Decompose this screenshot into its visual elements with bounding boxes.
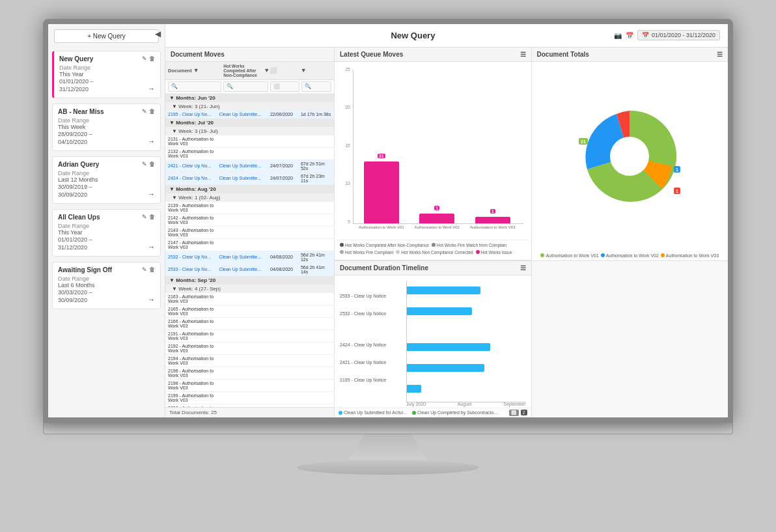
query-date-label: Date Range	[59, 64, 155, 71]
query-item-header: All Clean Ups ✎ 🗑	[58, 214, 155, 221]
queue-moves-chart-area: 252015105 31	[335, 62, 531, 260]
delete-icon[interactable]: 🗑	[149, 266, 155, 273]
monitor-wrapper: + New Query ◀ New Query ✎ 🗑 Date Range T…	[30, 19, 746, 514]
doc-duration-panel: Document Duration Timeline ☰ 2533 - Clea…	[335, 261, 532, 417]
date-range-text: 01/01/2020 - 31/12/2020	[652, 32, 715, 38]
duration-search-input[interactable]: 🔍	[301, 81, 331, 92]
delete-icon[interactable]: 🗑	[149, 55, 155, 62]
bar-group-v01: 31	[356, 161, 407, 223]
svg-text:1: 1	[676, 167, 678, 172]
table-row: 2421 - Clear Up No... Clean Up Submitte.…	[165, 160, 334, 173]
col-header-document: Document ▼	[168, 64, 223, 77]
sidebar-item-new-query[interactable]: New Query ✎ 🗑 Date Range This Year 01/01…	[52, 51, 161, 98]
sidebar-item-all-clean-ups[interactable]: All Clean Ups ✎ 🗑 Date Range This Year 0…	[52, 209, 161, 257]
delete-icon[interactable]: 🗑	[149, 108, 155, 115]
query-actions: ✎ 🗑	[142, 214, 155, 220]
doc-duration-header: Document Duration Timeline ☰	[335, 261, 531, 275]
doc-totals-menu-icon[interactable]: ☰	[717, 51, 723, 58]
table-row: 2142 - Authorisation to Work V03	[165, 214, 334, 227]
table-row: 2166 - Authorisation to Work V03	[165, 318, 334, 330]
query-actions: ✎ 🗑	[142, 161, 155, 167]
table-row: 2165 - Authorisation to Work V03	[165, 305, 334, 318]
pie-chart: 21 1 1	[577, 104, 682, 208]
legend-label: Clean Up Completed by Subcontracto...	[417, 410, 497, 415]
bar-chart: 31 1	[353, 70, 523, 224]
doc-duration-menu-icon[interactable]: ☰	[520, 264, 526, 272]
doc-totals-chart-area: 21 1 1	[532, 62, 728, 251]
bar-v03	[475, 217, 510, 223]
week-group: ▼ Week: 4 (27- Sep)	[165, 285, 334, 293]
query-date-label: Date Range	[58, 117, 155, 124]
top-bar: New Query 📷 📅 📅 01/01/2020 - 31/12/2020	[165, 24, 728, 48]
table-row: 2199 - Authorisation to Work V03	[165, 392, 334, 404]
month-group-jun: ▼ Months: Jun '20	[165, 94, 334, 102]
table-row: 2131 - Authorisation to Work V03	[165, 135, 334, 148]
query-arrow-icon[interactable]: →	[148, 137, 155, 145]
duration-bar	[407, 385, 421, 393]
query-date-range: This Week 28/09/2020 – 04/10/2020	[58, 124, 155, 147]
sidebar-item-adrian-query[interactable]: Adrian Query ✎ 🗑 Date Range Last 12 Mont…	[52, 156, 161, 204]
query-date-range: Last 6 Months 30/03/2020 – 30/09/2020	[58, 282, 155, 305]
edit-icon[interactable]: ✎	[142, 108, 147, 115]
filter-icon[interactable]: ⬜	[270, 67, 277, 74]
edit-icon[interactable]: ✎	[142, 266, 147, 273]
legend-item: Hot Works Non Compliance Corrected	[396, 250, 473, 255]
query-arrow-icon[interactable]: →	[148, 243, 155, 251]
sidebar-item-awaiting-sign-off[interactable]: Awaiting Sign Off ✎ 🗑 Date Range Last 6 …	[52, 262, 161, 309]
duration-bar	[407, 343, 490, 351]
filter-icon[interactable]: ▼	[301, 67, 307, 74]
filter-icon[interactable]: ▼	[264, 67, 270, 74]
export-icon[interactable]: 📅	[626, 32, 633, 39]
queue-moves-menu-icon[interactable]: ☰	[520, 51, 526, 58]
table-footer: Total Documents: 25	[165, 407, 334, 417]
col-header-queue: Hot Works Completed After Non-Compliance…	[223, 64, 270, 77]
moved-in-search-input[interactable]: ⬜	[270, 81, 300, 92]
bar-group-v02: 1	[412, 214, 463, 223]
sidebar-collapse-button[interactable]: ◀	[155, 29, 161, 38]
legend-dot	[396, 250, 400, 254]
doc-search-input[interactable]: 🔍	[168, 81, 221, 92]
delete-icon[interactable]: 🗑	[149, 214, 155, 220]
month-group-aug: ▼ Months: Aug '20	[165, 185, 334, 193]
month-group-jul: ▼ Months: Jul '20	[165, 119, 334, 127]
screen-inner: + New Query ◀ New Query ✎ 🗑 Date Range T…	[48, 24, 728, 417]
legend-item: Hot Works Completed After Non-Compliance	[340, 243, 429, 247]
query-arrow-icon[interactable]: →	[148, 85, 155, 92]
query-title: All Clean Ups	[58, 214, 100, 221]
svg-point-0	[610, 137, 649, 176]
legend-dot	[412, 411, 416, 415]
legend-item-submitted: Clean Up Submitted for Activi...	[339, 410, 407, 415]
new-query-button[interactable]: + New Query	[54, 29, 159, 43]
queue-search-input[interactable]: 🔍	[223, 81, 268, 92]
doc-moves-panel-header: Document Moves	[165, 48, 334, 62]
doc-moves-section: Document Moves Document ▼ Hot Works Comp…	[165, 48, 335, 417]
query-title: Awaiting Sign Off	[58, 266, 112, 273]
query-item-header: AB - Near Miss ✎ 🗑	[58, 108, 155, 115]
legend-label: Hot Works Fire Watch from Complian	[437, 243, 506, 247]
edit-icon[interactable]: ✎	[142, 55, 147, 62]
screenshot-icon[interactable]: 📷	[614, 32, 622, 39]
edit-icon[interactable]: ✎	[142, 161, 147, 167]
doc-moves-title: Document Moves	[171, 51, 225, 58]
sidebar-item-ab-near-miss[interactable]: AB - Near Miss ✎ 🗑 Date Range This Week …	[52, 104, 161, 151]
page-number-prev[interactable]: ⬜	[509, 410, 519, 416]
query-actions: ✎ 🗑	[142, 108, 155, 115]
filter-icon[interactable]: ▼	[193, 67, 199, 74]
week-group: ▼ Week: 3 (19- Jul)	[165, 127, 334, 135]
delete-icon[interactable]: 🗑	[149, 161, 155, 167]
query-arrow-icon[interactable]: →	[148, 296, 155, 303]
monitor-bezel-bottom	[43, 423, 733, 434]
legend-label: Hot Works Completed After Non-Compliance	[345, 243, 429, 247]
legend-dot	[476, 250, 480, 254]
edit-icon[interactable]: ✎	[142, 214, 147, 220]
spacer	[407, 328, 526, 331]
doc-totals-header: Document Totals ☰	[532, 48, 728, 62]
legend-item-v03: Authorisation to Work V03	[661, 253, 719, 258]
query-title: Adrian Query	[58, 161, 99, 168]
query-date-range: This Year 01/01/2020 – 31/12/2020	[59, 71, 155, 94]
query-actions: ✎ 🗑	[142, 55, 155, 62]
table-row: 2192 - Authorisation to Work V03	[165, 343, 334, 355]
right-bottom-placeholder	[532, 261, 728, 417]
query-arrow-icon[interactable]: →	[148, 190, 155, 198]
x-axis-labels: July 2020 August September	[406, 402, 526, 406]
